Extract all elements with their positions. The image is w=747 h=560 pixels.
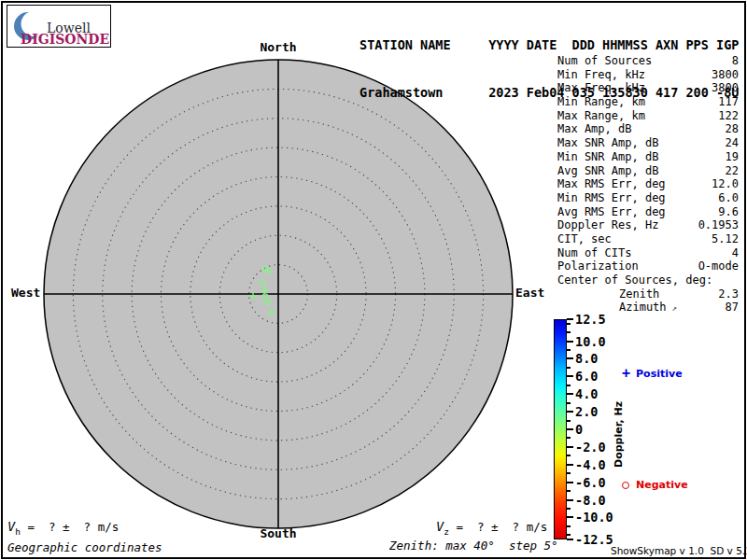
parameter-row: Min Range, km117 xyxy=(557,95,739,109)
colorbar-tick-label: 10.0 xyxy=(575,334,606,349)
colorbar-major-tick xyxy=(567,411,573,413)
colorbar-minor-tick xyxy=(567,455,571,456)
parameter-value: 117 xyxy=(718,95,739,109)
parameter-row: CIT, sec5.12 xyxy=(557,232,739,246)
parameter-value: 0.1953 xyxy=(698,218,739,232)
colorbar-title: Doppler, Hz xyxy=(613,401,625,468)
colorbar-tick-label: 12.5 xyxy=(575,312,606,327)
colorbar-minor-tick xyxy=(567,402,571,404)
colorbar-minor-tick xyxy=(567,420,571,422)
parameter-label: Num of Sources xyxy=(557,54,652,68)
positive-marker-icon: + xyxy=(622,369,630,379)
parameter-value: 3800 xyxy=(712,81,739,95)
parameter-row: Min Freq, kHz3800 xyxy=(557,68,739,82)
parameter-row: Doppler Res, Hz0.1953 xyxy=(557,218,739,232)
coordinates-note: Geographic coordinates xyxy=(7,540,162,554)
colorbar-tick-label: -2.0 xyxy=(575,440,606,455)
parameter-row: Center of Sources, deg: xyxy=(557,273,739,287)
compass-west-label: West xyxy=(11,286,40,300)
colorbar-tick-label: -6.0 xyxy=(575,475,606,490)
legend-positive-label: Positive xyxy=(636,368,683,380)
vh-value: = ? ± ? m/s xyxy=(21,520,119,534)
negative-marker-icon xyxy=(622,482,629,489)
horizontal-velocity-readout: Vh = ? ± ? m/s xyxy=(7,519,119,537)
vh-symbol: V xyxy=(7,519,15,534)
parameter-label: Min Range, km xyxy=(557,95,645,109)
vertical-velocity-readout: Vz = ? ± ? m/s xyxy=(436,519,547,537)
colorbar-major-tick xyxy=(567,428,573,430)
parameter-label: Max Freq, kHz xyxy=(557,81,645,95)
colorbar-major-tick xyxy=(567,375,573,377)
colorbar-tick-label: 6.0 xyxy=(575,369,598,384)
parameter-value: 2.3 xyxy=(718,287,739,301)
parameter-label: Zenith xyxy=(619,287,659,301)
parameter-label: Avg RMS Err, deg xyxy=(557,205,666,219)
parameter-label: Doppler Res, Hz xyxy=(557,218,658,232)
colorbar-minor-tick xyxy=(567,331,571,333)
colorbar-major-tick xyxy=(567,482,573,483)
parameter-list: Num of Sources8Min Freq, kHz3800Max Freq… xyxy=(557,54,739,315)
parameter-value: 87 xyxy=(726,301,739,315)
colorbar-tick-label: 2.0 xyxy=(575,404,598,419)
colorbar-major-tick xyxy=(567,393,573,395)
parameter-row: Zenith2.3 xyxy=(557,287,739,301)
colorbar-major-tick xyxy=(567,341,573,343)
colorbar-major-tick xyxy=(567,357,573,359)
colorbar-major-tick xyxy=(567,539,573,540)
logo-text-digisonde: DIGISONDE xyxy=(21,32,109,47)
colorbar-tick-label: -10.0 xyxy=(575,510,613,525)
parameter-row: Max SNR Amp, dB24 xyxy=(557,136,739,150)
colorbar-tick-label: 4.0 xyxy=(575,386,598,401)
parameter-label: Polarization xyxy=(557,259,639,273)
parameter-value: 122 xyxy=(718,109,739,123)
vz-value: = ? ± ? m/s xyxy=(449,520,547,534)
parameter-row: Avg SNR Amp, dB22 xyxy=(557,164,739,178)
vz-symbol: V xyxy=(436,519,444,534)
parameter-row: Max Range, km122 xyxy=(557,109,739,123)
colorbar-minor-tick xyxy=(567,508,571,510)
parameter-row: Min RMS Err, deg6.0 xyxy=(557,191,739,205)
parameter-label: Azimuth↗ xyxy=(619,301,677,315)
compass-south-label: South xyxy=(260,526,296,540)
colorbar-major-tick xyxy=(567,464,573,466)
colorbar-major-tick xyxy=(567,516,573,518)
colorbar-tick-label: -4.0 xyxy=(575,457,606,472)
parameter-row: Max Amp, dB28 xyxy=(557,122,739,136)
doppler-colorbar xyxy=(554,319,567,539)
parameter-label: Max Range, km xyxy=(557,109,645,123)
colorbar-minor-tick xyxy=(567,367,571,369)
parameter-value: 22 xyxy=(726,164,739,178)
parameter-row: Min SNR Amp, dB19 xyxy=(557,150,739,164)
parameter-label: CIT, sec xyxy=(557,232,612,246)
parameter-label: Min Freq, kHz xyxy=(557,68,645,82)
parameter-label: Max Amp, dB xyxy=(557,122,631,136)
azimuth-arrow-icon: ↗ xyxy=(672,303,677,313)
parameter-label: Min RMS Err, deg xyxy=(557,191,666,205)
showskymap-window: Lowell DIGISONDE STATION NAME YYYY DATE … xyxy=(0,0,747,560)
parameter-value: 24 xyxy=(726,136,739,150)
parameter-value: 8 xyxy=(732,54,739,68)
parameter-value: 5.12 xyxy=(712,232,739,246)
colorbar-tick-label: 0 xyxy=(575,422,583,437)
zenith-range-note: Zenith: max 40° step 5° xyxy=(389,539,558,553)
parameter-value: 3800 xyxy=(712,68,739,82)
version-label: ShowSkymap v 1.0 SD v 5.1 xyxy=(611,545,747,556)
colorbar-minor-tick xyxy=(567,490,571,492)
lowell-digisonde-logo: Lowell DIGISONDE xyxy=(7,5,111,48)
parameter-value: 6.0 xyxy=(718,191,739,205)
colorbar-major-tick xyxy=(567,499,573,501)
colorbar-minor-tick xyxy=(567,323,571,325)
legend-negative-label: Negative xyxy=(636,479,688,491)
parameter-label: Max SNR Amp, dB xyxy=(557,136,658,150)
parameter-row: PolarizationO-mode xyxy=(557,259,739,273)
colorbar-major-tick xyxy=(567,446,573,448)
colorbar-tick-label: -12.5 xyxy=(575,532,613,547)
legend-positive: + Positive xyxy=(622,368,683,380)
colorbar-tick-label: 8.0 xyxy=(575,351,598,366)
colorbar-minor-tick xyxy=(567,349,571,351)
parameter-value: 19 xyxy=(726,150,739,164)
colorbar-minor-tick xyxy=(567,534,571,536)
parameter-value: 12.0 xyxy=(712,177,739,191)
parameter-label: Avg SNR Amp, dB xyxy=(557,164,658,178)
parameter-row: Avg RMS Err, deg9.6 xyxy=(557,205,739,219)
